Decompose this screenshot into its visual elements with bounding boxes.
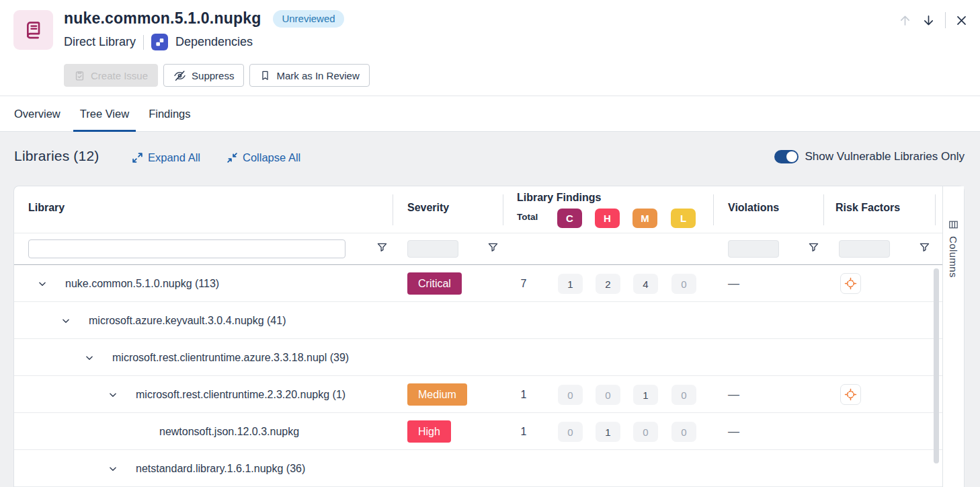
chevron-down-icon[interactable] [106,462,120,476]
tab-tree-view[interactable]: Tree View [73,96,136,131]
risk-factor-target-icon[interactable] [840,384,861,405]
bookmark-icon [259,70,271,81]
mark-in-review-label: Mark as In Review [276,70,359,81]
severity-badge: Medium [407,383,467,406]
vertical-scrollbar[interactable] [934,268,939,463]
column-header-total: Total [517,212,538,222]
toggle-knob [786,151,797,162]
table-row[interactable]: microsoft.rest.clientruntime.azure.3.3.1… [14,339,942,376]
medium-count: 1 [633,385,658,405]
violations-value: — [728,413,739,450]
critical-count: 0 [558,385,583,405]
collapse-all-label: Collapse All [243,151,300,164]
violations-filter-input[interactable] [728,240,779,258]
total-findings: 1 [510,376,537,413]
library-name[interactable]: newtonsoft.json.12.0.3.nupkg [159,426,299,438]
next-arrow-down-icon[interactable] [922,13,936,28]
column-header-violations: Violations [728,202,779,214]
expand-all-button[interactable]: Expand All [132,151,200,164]
create-issue-button[interactable]: Create Issue [64,64,158,87]
tab-overview-label: Overview [14,108,60,120]
medium-letter-badge: M [632,209,657,228]
expand-all-label: Expand All [148,151,200,164]
column-header-risk-factors: Risk Factors [835,202,900,214]
column-header-library-findings: Library Findings [517,192,601,204]
table-row[interactable]: microsoft.rest.clientruntime.2.3.20.nupk… [14,376,942,413]
library-name[interactable]: netstandard.library.1.6.1.nupkg (36) [136,463,305,475]
collapse-all-button[interactable]: Collapse All [227,151,300,164]
library-filter-icon[interactable] [377,242,387,252]
status-badge: Unreviewed [273,10,343,28]
high-count: 0 [596,385,620,405]
library-detail-panel: nuke.common.5.1.0.nupkg Unreviewed Direc… [0,0,980,487]
tab-findings[interactable]: Findings [142,96,197,131]
table-row[interactable]: newtonsoft.json.12.0.3.nupkg High 1 0 1 … [14,413,942,450]
high-count: 2 [596,274,620,294]
medium-count: 4 [633,274,658,294]
low-count: 0 [671,385,696,405]
severity-badge: Critical [407,272,462,295]
columns-panel-label: Columns [948,236,959,278]
divider [143,35,144,50]
chevron-down-icon[interactable] [106,388,120,402]
chevron-down-icon[interactable] [83,351,96,365]
vulnerable-only-toggle[interactable] [774,150,799,163]
total-findings: 7 [510,265,537,302]
dependencies-label[interactable]: Dependencies [175,35,253,49]
tab-findings-label: Findings [149,108,190,120]
tab-overview[interactable]: Overview [7,96,67,131]
low-letter-badge: L [671,209,696,228]
divider [945,12,946,28]
column-header-severity: Severity [407,202,449,214]
create-issue-label: Create Issue [91,70,148,81]
tree-view-content: Libraries (12) Expand All Collapse All S… [0,132,980,487]
library-name[interactable]: microsoft.azure.keyvault.3.0.4.nupkg (41… [89,315,286,327]
table-row[interactable]: netstandard.library.1.6.1.nupkg (36) [14,450,942,487]
violations-value: — [728,376,739,413]
high-count: 1 [596,422,620,442]
tab-bar: Overview Tree View Findings [0,96,980,132]
risk-factors-filter-icon[interactable] [920,242,930,252]
tab-tree-view-label: Tree View [80,108,129,120]
library-type-label: Direct Library [64,35,136,49]
chevron-down-icon[interactable] [36,277,49,291]
high-letter-badge: H [595,209,620,228]
critical-count: 0 [558,422,583,442]
table-row[interactable]: microsoft.azure.keyvault.3.0.4.nupkg (41… [14,302,942,339]
panel-header: nuke.common.5.1.0.nupkg Unreviewed Direc… [0,0,980,96]
severity-badge: High [407,420,451,443]
critical-letter-badge: C [557,209,582,228]
severity-filter-icon[interactable] [488,242,498,252]
column-divider [935,194,936,225]
table-row[interactable]: nuke.common.5.1.0.nupkg (113) Critical 7… [14,265,942,302]
total-findings: 1 [510,413,537,450]
critical-count: 1 [558,274,583,294]
expand-arrows-icon [132,152,143,163]
low-count: 0 [671,274,696,294]
eye-off-icon [173,69,186,82]
library-name[interactable]: microsoft.rest.clientruntime.azure.3.3.1… [112,352,349,364]
risk-factors-filter-input[interactable] [839,240,890,258]
page-title: nuke.common.5.1.0.nupkg [64,9,261,28]
filter-row [14,233,942,265]
mark-in-review-button[interactable]: Mark as In Review [249,64,369,87]
library-filter-input[interactable] [28,239,345,258]
collapse-arrows-icon [227,152,238,163]
library-name[interactable]: nuke.common.5.1.0.nupkg (113) [65,278,219,290]
columns-panel-button[interactable]: Columns [942,186,964,487]
close-icon[interactable] [955,14,968,27]
low-count: 0 [671,422,696,442]
chevron-down-icon[interactable] [59,314,73,328]
column-header-library: Library [28,202,65,214]
library-book-icon [13,10,53,50]
table-body: nuke.common.5.1.0.nupkg (113) Critical 7… [14,265,942,487]
column-divider [713,194,714,225]
dependencies-icon [151,34,168,50]
risk-factor-target-icon[interactable] [840,273,861,294]
library-name[interactable]: microsoft.rest.clientruntime.2.3.20.nupk… [136,389,345,401]
violations-filter-icon[interactable] [809,242,819,252]
column-divider [503,194,503,225]
suppress-button[interactable]: Suppress [163,64,244,87]
severity-filter-input[interactable] [407,240,458,258]
previous-arrow-up-icon[interactable] [898,13,912,28]
